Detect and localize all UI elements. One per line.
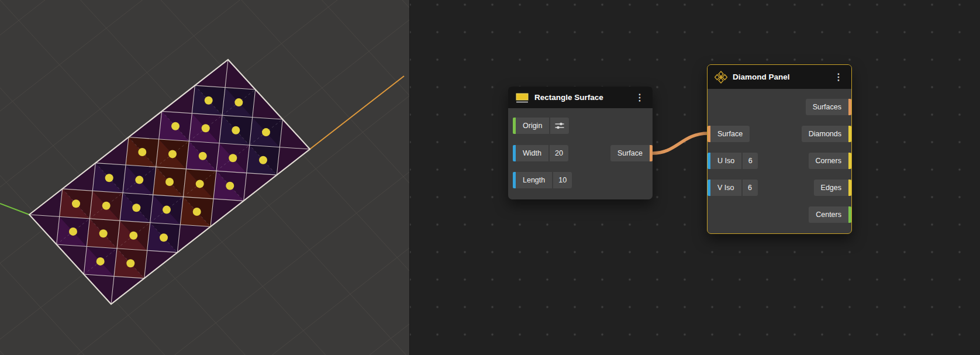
node-rectangle-surface[interactable]: Rectangle Surface ⋮ Origin — [508, 87, 653, 199]
v-iso-value[interactable]: 6 — [743, 180, 758, 196]
u-iso-value[interactable]: 6 — [743, 153, 758, 169]
port-surfaces-out[interactable] — [848, 99, 851, 115]
viewport-scene — [0, 0, 409, 355]
input-v-iso-label[interactable]: V Iso — [710, 180, 741, 196]
wires-layer — [410, 0, 980, 355]
input-row-u-iso: U Iso 6 — [708, 153, 758, 169]
output-centers-label[interactable]: Centers — [809, 206, 848, 223]
port-corners-out[interactable] — [848, 153, 851, 169]
connection-wire-surface[interactable] — [653, 133, 708, 153]
input-row-v-iso: V Iso 6 — [708, 180, 758, 196]
kebab-menu-icon[interactable]: ⋮ — [634, 92, 646, 104]
output-row-surfaces: Surfaces — [806, 99, 851, 115]
rectangle-surface-icon — [515, 92, 529, 104]
output-row-corners: Corners — [809, 153, 851, 169]
node-title: Rectangle Surface — [534, 93, 629, 102]
port-diamonds-out[interactable] — [848, 126, 851, 142]
output-row-edges: Edges — [814, 180, 851, 196]
input-row-length: Length 10 — [513, 172, 572, 188]
node-diamond-panel[interactable]: Diamond Panel ⋮ Surface U Iso 6 V Iso 6 … — [707, 64, 852, 234]
app-window: Rectangle Surface ⋮ Origin — [0, 0, 980, 355]
output-diamonds-label[interactable]: Diamonds — [802, 126, 848, 142]
input-row-width: Width 20 — [513, 145, 568, 161]
output-edges-label[interactable]: Edges — [814, 180, 848, 196]
length-value[interactable]: 10 — [553, 172, 572, 188]
port-edges-out[interactable] — [848, 180, 851, 196]
output-row-diamonds: Diamonds — [802, 126, 851, 142]
kebab-menu-icon[interactable]: ⋮ — [833, 71, 844, 83]
diamond-panel-header[interactable]: Diamond Panel ⋮ — [708, 65, 851, 89]
input-origin-label[interactable]: Origin — [516, 118, 549, 134]
width-value[interactable]: 20 — [550, 145, 568, 161]
3d-viewport[interactable] — [0, 0, 409, 355]
input-u-iso-label[interactable]: U Iso — [710, 153, 741, 169]
node-editor-canvas[interactable]: Rectangle Surface ⋮ Origin — [409, 0, 980, 355]
input-surface-label[interactable]: Surface — [710, 126, 750, 142]
input-width-label[interactable]: Width — [516, 145, 548, 161]
output-surfaces-label[interactable]: Surfaces — [806, 99, 848, 115]
diamond-panel-icon — [715, 71, 727, 84]
node-title: Diamond Panel — [733, 73, 827, 81]
input-row-origin: Origin — [513, 118, 569, 134]
output-row-surface: Surface — [610, 145, 653, 161]
sliders-icon — [555, 122, 564, 130]
rectangle-surface-header[interactable]: Rectangle Surface ⋮ — [508, 87, 653, 108]
port-surface-out[interactable] — [650, 145, 653, 161]
port-centers-out[interactable] — [848, 206, 851, 223]
output-row-centers: Centers — [809, 206, 851, 223]
input-length-label[interactable]: Length — [516, 172, 552, 188]
input-row-surface: Surface — [708, 126, 750, 142]
origin-settings-button[interactable] — [550, 118, 569, 134]
output-corners-label[interactable]: Corners — [809, 153, 848, 169]
output-surface-label[interactable]: Surface — [610, 145, 650, 161]
